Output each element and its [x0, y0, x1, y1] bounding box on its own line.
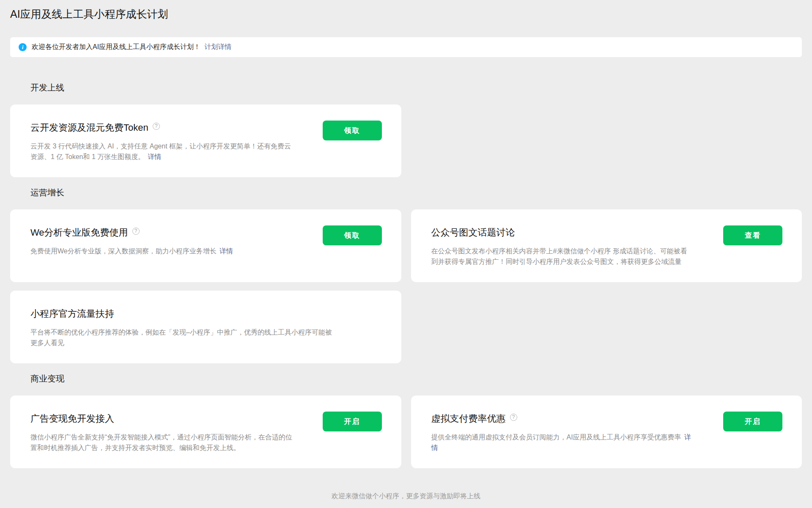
enable-button[interactable]: 开启 [723, 412, 782, 431]
card-desc-text: 在公众号图文发布小程序相关内容并带上#来微信做个小程序 形成话题讨论、可能被看到… [431, 247, 687, 265]
page-title: AI应用及线上工具小程序成长计划 [10, 0, 802, 21]
card-description: 提供全终端的通用虚拟支付及会员订阅能力，AI应用及线上工具小程序享受优惠费率详情 [431, 432, 694, 453]
help-icon[interactable]: ? [132, 228, 140, 235]
card-title: 云开发资源及混元免费Token [30, 121, 148, 134]
card-desc-text: 平台将不断的优化小程序推荐的体验，例如在「发现–小程序」中推广，优秀的线上工具小… [30, 329, 332, 346]
card-desc-text: 微信小程序广告全新支持“免开发智能接入模式”，通过小程序页面智能分析，在合适的位… [30, 434, 292, 451]
plan-details-link[interactable]: 计划详情 [204, 43, 231, 52]
card-official-traffic-support: 小程序官方流量扶持 平台将不断的优化小程序推荐的体验，例如在「发现–小程序」中推… [10, 291, 401, 363]
card-title: 广告变现免开发接入 [30, 412, 114, 425]
card-title: 公众号图文话题讨论 [431, 226, 515, 239]
help-icon[interactable]: ? [153, 123, 160, 130]
info-banner: i 欢迎各位开发者加入AI应用及线上工具小程序成长计划！ 计划详情 [10, 37, 802, 57]
growth-plan-page: AI应用及线上工具小程序成长计划 i 欢迎各位开发者加入AI应用及线上工具小程序… [0, 0, 812, 501]
banner-text: 欢迎各位开发者加入AI应用及线上工具小程序成长计划！ [32, 43, 200, 52]
card-title-row: 小程序官方流量扶持 [30, 308, 381, 320]
card-official-account-topic: 公众号图文话题讨论 在公众号图文发布小程序相关内容并带上#来微信做个小程序 形成… [411, 209, 802, 282]
card-description: 云开发 3 行代码快速接入 AI，支持任意 Agent 框架，让小程序开发更简单… [30, 141, 293, 162]
card-title: We分析专业版免费使用 [30, 226, 128, 239]
section-heading-monetization: 商业变现 [30, 373, 802, 384]
detail-link[interactable]: 详情 [219, 247, 233, 255]
section-monetization-row: 广告变现免开发接入 微信小程序广告全新支持“免开发智能接入模式”，通过小程序页面… [10, 395, 802, 468]
card-title: 小程序官方流量扶持 [30, 308, 114, 320]
card-description: 微信小程序广告全新支持“免开发智能接入模式”，通过小程序页面智能分析，在合适的位… [30, 432, 293, 453]
card-desc-text: 免费使用We分析专业版，深入数据洞察，助力小程序业务增长 [30, 247, 217, 255]
claim-button[interactable]: 领取 [323, 225, 382, 245]
view-button[interactable]: 查看 [723, 225, 782, 245]
section-heading-develop: 开发上线 [30, 82, 802, 93]
info-icon: i [19, 43, 27, 51]
card-description: 免费使用We分析专业版，深入数据洞察，助力小程序业务增长详情 [30, 246, 293, 256]
section-growth-row-1: We分析专业版免费使用 ? 免费使用We分析专业版，深入数据洞察，助力小程序业务… [10, 209, 802, 282]
enable-button[interactable]: 开启 [323, 412, 382, 431]
card-virtual-payment: 虚拟支付费率优惠 ? 提供全终端的通用虚拟支付及会员订阅能力，AI应用及线上工具… [411, 395, 802, 468]
card-ad-monetization: 广告变现免开发接入 微信小程序广告全新支持“免开发智能接入模式”，通过小程序页面… [10, 395, 401, 468]
card-description: 在公众号图文发布小程序相关内容并带上#来微信做个小程序 形成话题讨论、可能被看到… [431, 246, 694, 267]
card-desc-text: 提供全终端的通用虚拟支付及会员订阅能力，AI应用及线上工具小程序享受优惠费率 [431, 434, 681, 441]
card-description: 平台将不断的优化小程序推荐的体验，例如在「发现–小程序」中推广，优秀的线上工具小… [30, 327, 335, 348]
card-we-analytics: We分析专业版免费使用 ? 免费使用We分析专业版，深入数据洞察，助力小程序业务… [10, 209, 401, 282]
section-develop-row: 云开发资源及混元免费Token ? 云开发 3 行代码快速接入 AI，支持任意 … [10, 104, 802, 177]
section-heading-growth: 运营增长 [30, 187, 802, 198]
card-title: 虚拟支付费率优惠 [431, 412, 506, 425]
card-cloud-dev-token: 云开发资源及混元免费Token ? 云开发 3 行代码快速接入 AI，支持任意 … [10, 104, 401, 177]
help-icon[interactable]: ? [510, 414, 517, 421]
detail-link[interactable]: 详情 [148, 153, 161, 160]
footer-text: 欢迎来微信做个小程序，更多资源与激励即将上线 [10, 492, 802, 501]
section-growth-row-2: 小程序官方流量扶持 平台将不断的优化小程序推荐的体验，例如在「发现–小程序」中推… [10, 291, 802, 363]
claim-button[interactable]: 领取 [323, 121, 382, 140]
